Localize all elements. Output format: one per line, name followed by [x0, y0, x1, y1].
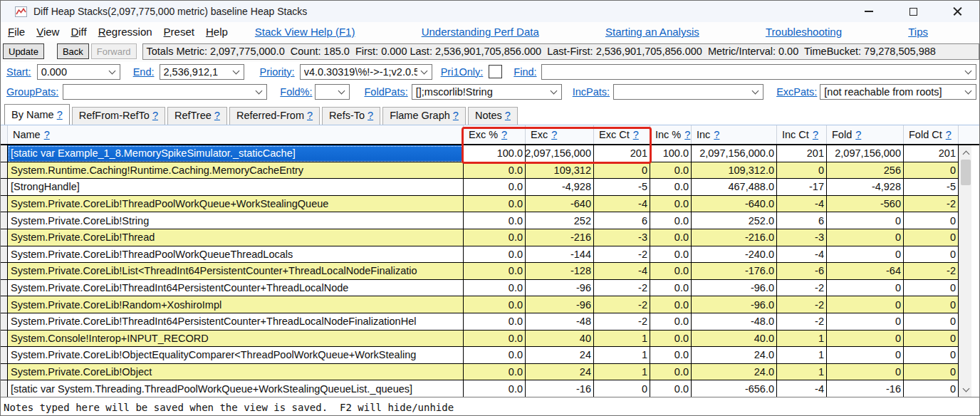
tab-help-link[interactable]: ? [505, 110, 511, 121]
cell-inc[interactable]: 0.0 [650, 331, 692, 348]
cell-exc[interactable]: 109,312 [526, 162, 594, 180]
row-header-cell[interactable] [1, 347, 8, 364]
cell-exc-ct[interactable]: 1 [594, 347, 650, 364]
column-header-inc-ct[interactable]: Inc Ct? [777, 125, 827, 144]
tab-help-link[interactable]: ? [152, 110, 158, 121]
cell-inc[interactable]: 24.0 [692, 364, 777, 381]
cell-name[interactable]: [StrongHandle] [8, 179, 464, 196]
table-row[interactable]: System.Private.CoreLib!ThreadPoolWorkQue… [1, 196, 979, 213]
update-button[interactable]: Update [3, 43, 44, 59]
column-help-link[interactable]: ? [633, 129, 639, 140]
tab-help-link[interactable]: ? [453, 110, 459, 121]
priority-link[interactable]: Priority: [260, 66, 295, 78]
cell-inc[interactable]: 0.0 [650, 380, 692, 397]
cell-exc[interactable]: 0.0 [464, 364, 526, 381]
column-help-link[interactable]: ? [501, 129, 507, 140]
table-row[interactable]: System.Private.CoreLib!List<ThreadInt64P… [1, 263, 979, 280]
table-row[interactable]: System.Console!Interop+INPUT_RECORD0.040… [1, 331, 979, 348]
cell-inc-ct[interactable]: -4 [777, 380, 827, 397]
cell-name[interactable]: System.Private.CoreLib!ThreadPoolWorkQue… [8, 246, 464, 264]
table-row[interactable]: [StrongHandle]0.0-4,928-50.0467,488.0-17… [1, 179, 979, 196]
column-help-link[interactable]: ? [855, 129, 861, 140]
excpats-combobox[interactable]: [not reachable from roots] [820, 84, 976, 100]
cell-name[interactable]: System.Private.CoreLib!ThreadPoolWorkQue… [8, 196, 464, 213]
cell-fold-ct[interactable]: 0 [904, 331, 959, 348]
column-header-exc[interactable]: Exc? [526, 125, 594, 144]
chevron-down-icon[interactable] [338, 88, 345, 95]
row-header-cell[interactable] [1, 179, 8, 196]
cell-exc[interactable]: 0.0 [464, 162, 526, 180]
cell-fold-ct[interactable]: 0 [904, 212, 959, 229]
cell-name[interactable]: System.Console!Interop+INPUT_RECORD [8, 331, 464, 348]
cell-fold[interactable]: 256 [827, 162, 904, 180]
menu-help[interactable]: Help [206, 26, 228, 38]
cell-exc-ct[interactable]: 6 [594, 212, 650, 229]
tab-help-link[interactable]: ? [368, 110, 373, 121]
cell-inc[interactable]: -240.0 [692, 246, 777, 264]
row-header-cell[interactable] [1, 296, 8, 313]
chevron-down-icon[interactable] [109, 68, 116, 76]
menu-diff[interactable]: Diff [71, 26, 86, 38]
cell-fold-ct[interactable]: -2 [904, 263, 959, 280]
cell-inc[interactable]: -216.0 [692, 229, 777, 246]
cell-inc-ct[interactable]: 201 [777, 145, 827, 162]
tab-reftree[interactable]: RefTree ? [167, 107, 227, 125]
helplink-troubleshooting[interactable]: Troubleshooting [766, 26, 842, 38]
cell-name[interactable]: System.Private.CoreLib!Object [8, 364, 464, 381]
row-header-cell[interactable] [1, 212, 8, 229]
cell-fold-ct[interactable]: -2 [904, 196, 959, 213]
cell-fold-ct[interactable]: 0 [904, 347, 959, 364]
cell-exc[interactable]: -16 [526, 380, 594, 397]
cell-inc[interactable]: 467,488.0 [692, 179, 777, 196]
tab-by-name[interactable]: By Name ? [4, 104, 70, 125]
helplink-stack-view-help-f1[interactable]: Stack View Help (F1) [255, 26, 355, 38]
cell-inc-ct[interactable]: 0 [777, 162, 827, 180]
cell-fold[interactable]: 0 [827, 212, 904, 229]
cell-fold[interactable]: -16 [827, 380, 904, 397]
helplink-tips[interactable]: Tips [908, 26, 928, 38]
cell-name[interactable]: System.Private.CoreLib!Thread [8, 229, 464, 246]
cell-inc[interactable]: -656.0 [692, 380, 777, 397]
minimize-button[interactable] [847, 1, 891, 22]
chevron-down-icon[interactable] [256, 88, 263, 95]
cell-exc-ct[interactable]: -3 [594, 229, 650, 246]
end-link[interactable]: End: [133, 66, 155, 78]
cell-inc-ct[interactable]: 1 [777, 347, 827, 364]
foldpct-combobox[interactable] [315, 84, 350, 100]
cell-inc[interactable]: -48.0 [692, 313, 777, 331]
cell-name[interactable]: System.Runtime.Caching!Runtime.Caching.M… [8, 162, 464, 180]
row-header-cell[interactable] [1, 162, 8, 180]
cell-inc-ct[interactable]: 1 [777, 331, 827, 348]
cell-exc[interactable]: 24 [526, 364, 594, 381]
cell-inc[interactable]: 0.0 [650, 246, 692, 264]
cell-inc[interactable]: 0.0 [650, 364, 692, 381]
cell-fold-ct[interactable]: 0 [904, 229, 959, 246]
cell-exc[interactable]: 0.0 [464, 229, 526, 246]
cell-fold[interactable]: 2,097,156,000 [827, 145, 904, 162]
chevron-down-icon[interactable] [551, 88, 558, 95]
cell-exc-ct[interactable]: -4 [594, 263, 650, 280]
column-help-link[interactable]: ? [44, 129, 50, 140]
cell-exc[interactable]: 2,097,156,000 [526, 145, 594, 162]
column-header-fold-ct[interactable]: Fold Ct? [904, 125, 959, 144]
cell-inc[interactable]: 2,097,156,000.0 [692, 145, 777, 162]
cell-inc-ct[interactable]: -2 [777, 313, 827, 331]
cell-exc[interactable]: -4,928 [526, 179, 594, 196]
cell-exc[interactable]: -96 [526, 280, 594, 297]
cell-fold-ct[interactable]: 0 [904, 364, 959, 381]
cell-inc[interactable]: 0.0 [650, 296, 692, 313]
table-row[interactable]: System.Private.CoreLib!String0.025260.02… [1, 212, 979, 229]
cell-exc[interactable]: 0.0 [464, 246, 526, 264]
cell-inc-ct[interactable]: 6 [777, 212, 827, 229]
column-help-link[interactable]: ? [714, 129, 719, 140]
column-header-exc-ct[interactable]: Exc Ct? [594, 125, 650, 144]
end-combobox[interactable]: 2,536,912,1 [160, 64, 244, 80]
table-row[interactable]: System.Private.CoreLib!ThreadInt64Persis… [1, 280, 979, 297]
scrollbar-thumb[interactable] [961, 160, 971, 185]
row-header-cell[interactable] [1, 263, 8, 280]
row-header-cell[interactable] [1, 145, 8, 162]
excpats-link[interactable]: ExcPats: [776, 86, 817, 98]
cell-exc[interactable]: 0.0 [464, 347, 526, 364]
cell-exc[interactable]: 0.0 [464, 263, 526, 280]
close-button[interactable] [935, 1, 979, 22]
